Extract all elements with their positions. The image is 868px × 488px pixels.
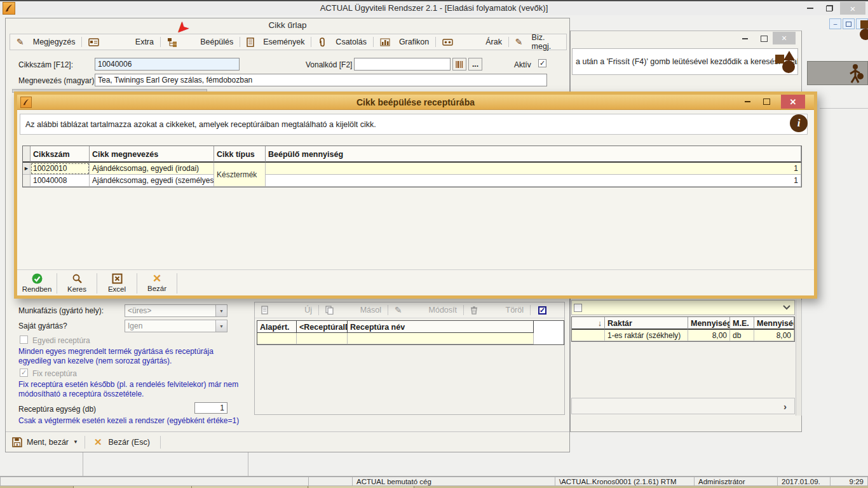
info-icon: i (790, 114, 808, 132)
sajat-gyartas-combo[interactable]: Igen ▼ (125, 320, 227, 332)
stock-filter-checkbox[interactable] (574, 304, 582, 312)
dialog-bezar-button[interactable]: ✕ Bezár (137, 271, 177, 295)
main-title-bar: ACTUAL Ügyviteli Rendszer 2.1 - [Eladási… (0, 1, 868, 15)
receptura-modosit-button[interactable]: ✎ Módosít (388, 302, 463, 318)
note-icon (247, 37, 254, 47)
row-selector-header (23, 146, 31, 163)
dialog-close-button[interactable]: ✕ (781, 95, 805, 109)
dialog-minimize-button[interactable] (739, 95, 756, 109)
receptura-masol-button[interactable]: Másol (319, 302, 388, 318)
stock-table: ↓ Raktár Mennyiség M.E. Mennyiség 1-es r… (571, 316, 795, 342)
divider (248, 452, 248, 476)
fix-receptura-checkbox[interactable]: ✓ (20, 369, 28, 377)
close-button[interactable]: × (840, 2, 865, 15)
dialog-header-megnevezes[interactable]: Cikk megnevezés (90, 146, 214, 163)
table-cell[interactable] (297, 333, 348, 344)
munkafazis-combo[interactable]: <üres> ▼ (125, 304, 227, 317)
receptura-torol-button[interactable]: Töröl (464, 302, 530, 318)
cikkszam-input[interactable] (95, 58, 240, 71)
excel-icon (112, 273, 123, 284)
stock-header-me[interactable]: M.E. (730, 317, 754, 330)
expand-right-icon[interactable]: › (783, 401, 787, 412)
dialog-row2-megnevezes[interactable]: Ajándékcsomag, egyedi (személyes) (90, 175, 214, 187)
chevron-down-icon[interactable] (783, 305, 790, 310)
stock-header-mennyiseg2[interactable]: Mennyiség (754, 317, 794, 330)
combo-arrow-icon: ▼ (215, 320, 227, 332)
row-selector (23, 175, 31, 187)
receptura-header-nev[interactable]: Receptúra név (348, 321, 534, 333)
pencil-icon: ✎ (515, 37, 523, 47)
close-x-icon: ✕ (94, 437, 102, 448)
toolbar-megjegyzes-button[interactable]: ✎ Megjegyzés (10, 34, 81, 50)
toolbar-esemenyek-button[interactable]: Események (240, 34, 311, 50)
toolbar-csatolas-button[interactable]: Csatolás (311, 34, 373, 50)
ok-check-icon (32, 273, 43, 284)
receptura-egyseg-input[interactable] (194, 402, 227, 414)
restore-button[interactable] (821, 1, 837, 15)
stock-me-cell[interactable]: db (730, 330, 754, 341)
copy-icon (325, 306, 334, 315)
stock-raktar-cell[interactable]: 1-es raktár (székhely) (605, 330, 688, 341)
dialog-header-tipus[interactable]: Cikk típus (214, 146, 266, 163)
cassette-icon (442, 39, 453, 46)
dialog-row1-megnevezes[interactable]: Ajándékcsomag, egyedi (irodai) (90, 163, 214, 175)
mdi-restore-button[interactable] (843, 18, 855, 29)
combo-arrow-icon: ▼ (215, 305, 227, 316)
stock-header-raktar[interactable]: Raktár (605, 317, 688, 330)
fix-receptura-label: Fix receptúra (32, 369, 77, 378)
bezar-esc-button[interactable]: ✕ Bezár (Esc) (88, 434, 156, 451)
dialog-tipus-merged-cell[interactable]: Késztermék (214, 163, 266, 187)
megnevezes-input[interactable] (95, 74, 547, 86)
toolbar-extra-button[interactable]: Extra (82, 34, 160, 50)
excel-button[interactable]: Excel (97, 271, 137, 295)
egyedi-receptura-checkbox[interactable] (20, 336, 28, 344)
dialog-title-bar[interactable]: Cikk beépülése receptúrába ✕ (17, 95, 814, 110)
toolbar-beepules-button[interactable]: Beépülés (161, 34, 240, 50)
receptura-uj-button[interactable]: Új (255, 302, 318, 318)
browse-maximize-button[interactable] (756, 33, 771, 44)
dialog-row1-mennyiseg[interactable]: 1 (266, 163, 801, 175)
minimize-button[interactable] (802, 1, 818, 15)
dialog-maximize-button[interactable] (758, 95, 775, 109)
receptura-header-id[interactable]: <ReceptúraID (297, 321, 348, 333)
toolbar-arak-button[interactable]: Árak (436, 34, 508, 50)
stock-mennyiseg1-cell[interactable]: 8,00 (688, 330, 730, 341)
receptura-filter-checkbox[interactable]: ✓ (538, 306, 546, 315)
mdi-minimize-button[interactable]: – (829, 18, 841, 29)
sort-down-icon: ↓ (598, 319, 602, 328)
dialog-header-mennyiseg[interactable]: Beépülő mennyiség (266, 146, 801, 163)
table-cell[interactable] (572, 330, 605, 341)
vonalkod-more-button[interactable]: ... (468, 58, 482, 71)
dialog-header-cikkszam[interactable]: Cikkszám (31, 146, 90, 163)
egyedi-receptura-label: Egyedi receptúra (32, 336, 90, 345)
stock-sort-header[interactable]: ↓ (572, 317, 605, 330)
stock-header-mennyiseg1[interactable]: Mennyiség (688, 317, 730, 330)
dialog-content: Az alábbi táblázat tartalmazza azokat a … (17, 110, 814, 296)
barcode-button[interactable] (452, 58, 466, 71)
aktiv-checkbox[interactable]: ✓ (538, 59, 546, 67)
keres-button[interactable]: Keres (57, 271, 97, 295)
dropdown-caret-icon: ▼ (73, 439, 78, 445)
brand-shapes-icon (859, 19, 868, 41)
ment-bezar-button[interactable]: x Ment, bezár ▼ (6, 434, 85, 451)
dialog-row2-mennyiseg[interactable]: 1 (266, 175, 801, 187)
vonalkod-input[interactable] (354, 58, 451, 71)
stock-hscroll-strip[interactable]: › (571, 398, 795, 414)
table-cell[interactable] (348, 333, 534, 344)
toolbar-grafikon-button[interactable]: Grafikon (374, 34, 435, 50)
browse-minimize-button[interactable] (737, 33, 752, 44)
table-cell[interactable] (257, 333, 297, 344)
receptura-egyseg-label: Receptúra egység (db) (18, 405, 96, 414)
dialog-logo-icon (20, 97, 32, 108)
rendben-button[interactable]: Rendben (17, 271, 57, 295)
dialog-row2-cikkszam[interactable]: 10040008 (31, 175, 90, 187)
dialog-row1-cikkszam[interactable]: 10020010 (31, 163, 90, 175)
stock-filter-row[interactable] (571, 300, 795, 315)
vertical-scrollbar[interactable] (796, 300, 802, 416)
toolbar-bizmegj-button[interactable]: ✎ Biz. megj. (509, 34, 566, 50)
customer-person-icon[interactable] (847, 64, 865, 86)
stock-mennyiseg2-cell[interactable]: 8,00 (754, 330, 794, 341)
receptura-header-alapert[interactable]: Alapért. (257, 321, 297, 333)
browse-close-button[interactable]: × (773, 32, 796, 44)
status-time: 9:29 (830, 477, 868, 486)
